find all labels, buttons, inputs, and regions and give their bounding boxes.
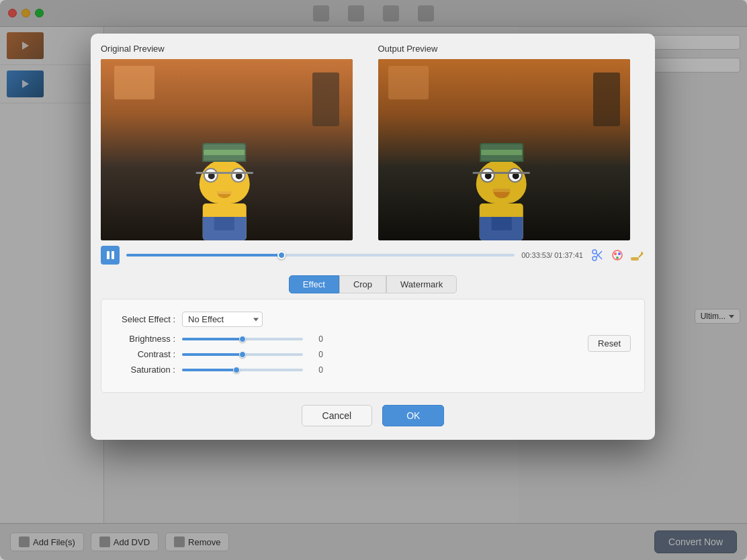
brightness-slider[interactable] xyxy=(182,338,303,340)
output-scene xyxy=(378,59,630,240)
select-effect-wrapper: No Effect Blur Sharpen Grayscale xyxy=(182,312,263,327)
brightness-thumb[interactable] xyxy=(239,336,246,342)
output-preview-label: Output Preview xyxy=(378,44,646,54)
saturation-fill xyxy=(182,369,236,371)
brightness-fill xyxy=(182,338,243,340)
pause-button[interactable] xyxy=(101,246,120,265)
toolbar-icons xyxy=(590,247,645,263)
select-effect-row: Select Effect : No Effect Blur Sharpen G… xyxy=(115,312,631,327)
overalls-left xyxy=(202,217,246,240)
original-video-frame xyxy=(101,59,353,240)
mouth-left xyxy=(217,191,232,198)
output-preview-section: Output Preview xyxy=(378,44,646,240)
scissors-icon[interactable] xyxy=(590,247,606,263)
ok-label: OK xyxy=(406,410,420,421)
original-preview-video xyxy=(101,59,353,240)
saturation-slider[interactable] xyxy=(182,369,303,371)
tab-effect[interactable]: Effect xyxy=(289,275,339,293)
pause-bar-left xyxy=(107,251,109,259)
time-current: 00:33:53 xyxy=(521,251,550,259)
hat-left xyxy=(202,143,246,162)
overalls-right xyxy=(480,217,523,240)
progress-thumb[interactable] xyxy=(277,251,285,259)
reset-button[interactable]: Reset xyxy=(588,335,631,352)
preview-gap xyxy=(368,44,378,240)
minion-head-left xyxy=(199,160,249,203)
contrast-slider[interactable] xyxy=(182,353,303,356)
wand-icon[interactable] xyxy=(629,247,645,263)
minion-head-right xyxy=(476,160,527,203)
saturation-value: 0 xyxy=(310,365,323,375)
reset-label: Reset xyxy=(598,338,621,348)
progress-bar[interactable] xyxy=(126,254,515,256)
eye-left-l xyxy=(203,168,218,183)
teeth xyxy=(217,191,232,194)
select-effect-label: Select Effect : xyxy=(115,314,182,324)
tab-watermark-label: Watermark xyxy=(400,279,443,289)
contrast-fill xyxy=(182,353,243,356)
eye-right-r xyxy=(508,168,523,183)
preview-area: Original Preview xyxy=(91,34,655,240)
body-right xyxy=(480,203,523,240)
output-video-frame xyxy=(378,59,630,240)
tab-crop[interactable]: Crop xyxy=(339,275,386,293)
minion-figure-left xyxy=(199,160,249,240)
pause-bar-right xyxy=(112,251,114,259)
progress-fill xyxy=(126,254,281,256)
app-window: Ultim... Add File(s) Add DVD Remove Conv… xyxy=(0,0,747,560)
effect-panel: Select Effect : No Effect Blur Sharpen G… xyxy=(101,299,645,393)
tab-effect-label: Effect xyxy=(303,279,325,289)
palette-icon[interactable] xyxy=(609,247,625,263)
hat-right xyxy=(480,143,523,162)
bg-element-2 xyxy=(114,66,155,99)
goggles-band-r xyxy=(473,172,530,174)
saturation-row: Saturation : 0 xyxy=(115,365,578,375)
svg-point-7 xyxy=(616,256,619,259)
tab-crop-label: Crop xyxy=(353,279,372,289)
cancel-label: Cancel xyxy=(322,410,352,421)
modal-overlay: Original Preview xyxy=(0,0,747,560)
tab-watermark[interactable]: Watermark xyxy=(386,275,457,293)
teeth-r xyxy=(493,189,510,192)
saturation-label: Saturation : xyxy=(115,365,175,375)
mouth-open-right xyxy=(493,189,510,198)
eye-left-r xyxy=(480,168,495,183)
brightness-value: 0 xyxy=(310,334,323,344)
original-scene xyxy=(101,59,353,240)
svg-point-6 xyxy=(618,252,621,255)
bib xyxy=(214,217,234,230)
contrast-row: Contrast : 0 xyxy=(115,349,578,359)
original-preview-section: Original Preview xyxy=(101,44,368,240)
brightness-row: Brightness : 0 xyxy=(115,334,578,344)
hat-band xyxy=(204,150,245,155)
contrast-value: 0 xyxy=(310,350,323,359)
reset-area: Reset xyxy=(588,334,631,352)
bg-element-r1 xyxy=(593,73,620,126)
cancel-button[interactable]: Cancel xyxy=(302,405,373,426)
svg-point-0 xyxy=(592,250,597,254)
time-total: 01:37:41 xyxy=(554,251,583,259)
brightness-label: Brightness : xyxy=(115,334,175,344)
modal-dialog: Original Preview xyxy=(91,34,655,440)
ok-button[interactable]: OK xyxy=(382,405,444,426)
svg-rect-8 xyxy=(631,257,639,261)
contrast-label: Contrast : xyxy=(115,349,175,359)
time-display: 00:33:53/ 01:37:41 xyxy=(521,251,583,259)
hat-band-r xyxy=(481,150,522,155)
saturation-thumb[interactable] xyxy=(233,367,240,373)
output-preview-video xyxy=(378,59,630,240)
contrast-thumb[interactable] xyxy=(239,351,246,358)
body-left xyxy=(202,203,246,240)
original-preview-label: Original Preview xyxy=(101,44,368,54)
sliders-area: Brightness : 0 Contrast : xyxy=(115,334,631,380)
select-effect-input[interactable]: No Effect Blur Sharpen Grayscale xyxy=(182,312,263,327)
bg-element-1 xyxy=(312,73,339,126)
eye-right-l xyxy=(230,168,245,183)
sliders-column: Brightness : 0 Contrast : xyxy=(115,334,578,380)
dialog-buttons: Cancel OK xyxy=(91,393,655,440)
bg-element-r2 xyxy=(388,66,429,99)
bib-r xyxy=(491,217,511,230)
minion-figure-right xyxy=(476,160,527,240)
svg-line-9 xyxy=(639,253,643,257)
goggles-band xyxy=(195,172,253,174)
